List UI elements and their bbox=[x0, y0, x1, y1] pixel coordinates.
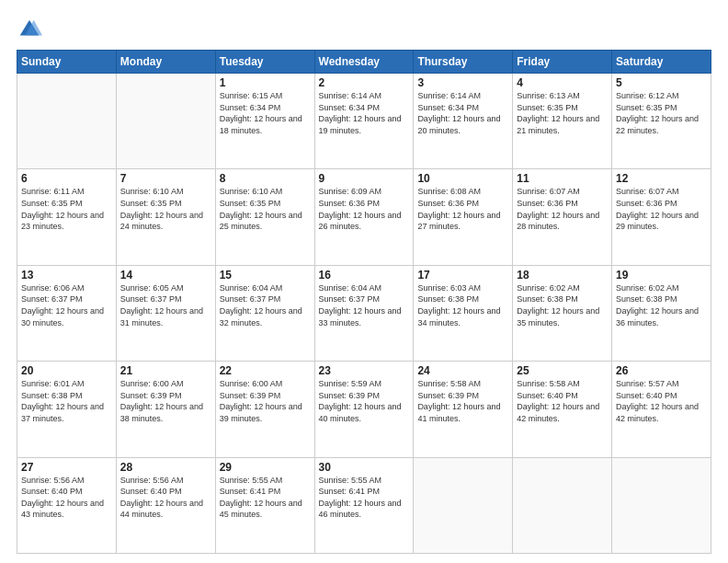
day-cell: 19Sunrise: 6:02 AMSunset: 6:38 PMDayligh… bbox=[612, 265, 711, 361]
day-info: Sunrise: 6:06 AMSunset: 6:37 PMDaylight:… bbox=[21, 282, 112, 328]
day-info: Sunrise: 6:10 AMSunset: 6:35 PMDaylight:… bbox=[220, 186, 311, 232]
day-info: Sunrise: 6:13 AMSunset: 6:35 PMDaylight:… bbox=[517, 90, 608, 136]
day-info: Sunrise: 5:55 AMSunset: 6:41 PMDaylight:… bbox=[319, 475, 410, 521]
day-number: 12 bbox=[616, 172, 707, 185]
weekday-header-sunday: Sunday bbox=[17, 51, 117, 74]
day-cell: 26Sunrise: 5:57 AMSunset: 6:40 PMDayligh… bbox=[612, 362, 711, 457]
page: SundayMondayTuesdayWednesdayThursdayFrid… bbox=[0, 0, 728, 563]
calendar-header: SundayMondayTuesdayWednesdayThursdayFrid… bbox=[17, 51, 711, 74]
weekday-header-friday: Friday bbox=[513, 51, 612, 74]
day-info: Sunrise: 5:55 AMSunset: 6:41 PMDaylight:… bbox=[220, 475, 311, 521]
day-cell: 3Sunrise: 6:14 AMSunset: 6:34 PMDaylight… bbox=[414, 74, 513, 169]
day-cell: 1Sunrise: 6:15 AMSunset: 6:34 PMDaylight… bbox=[215, 74, 314, 169]
day-number: 9 bbox=[319, 172, 410, 185]
day-cell: 30Sunrise: 5:55 AMSunset: 6:41 PMDayligh… bbox=[314, 457, 414, 553]
weekday-header-tuesday: Tuesday bbox=[215, 51, 314, 74]
day-info: Sunrise: 6:00 AMSunset: 6:39 PMDaylight:… bbox=[220, 378, 311, 424]
day-cell: 8Sunrise: 6:10 AMSunset: 6:35 PMDaylight… bbox=[215, 169, 314, 265]
day-info: Sunrise: 6:01 AMSunset: 6:38 PMDaylight:… bbox=[21, 378, 112, 424]
day-number: 26 bbox=[616, 364, 707, 377]
day-cell: 7Sunrise: 6:10 AMSunset: 6:35 PMDaylight… bbox=[116, 169, 215, 265]
day-cell bbox=[17, 74, 117, 169]
day-number: 5 bbox=[616, 76, 707, 89]
day-info: Sunrise: 6:08 AMSunset: 6:36 PMDaylight:… bbox=[417, 186, 508, 232]
day-number: 15 bbox=[220, 269, 311, 282]
day-info: Sunrise: 5:58 AMSunset: 6:40 PMDaylight:… bbox=[517, 378, 608, 424]
header bbox=[17, 17, 711, 42]
day-cell: 18Sunrise: 6:02 AMSunset: 6:38 PMDayligh… bbox=[513, 265, 612, 361]
day-cell: 6Sunrise: 6:11 AMSunset: 6:35 PMDaylight… bbox=[17, 169, 117, 265]
day-number: 21 bbox=[120, 364, 211, 377]
day-info: Sunrise: 6:12 AMSunset: 6:35 PMDaylight:… bbox=[616, 90, 707, 136]
day-number: 13 bbox=[21, 269, 112, 282]
day-info: Sunrise: 5:56 AMSunset: 6:40 PMDaylight:… bbox=[21, 475, 112, 521]
day-cell: 24Sunrise: 5:58 AMSunset: 6:39 PMDayligh… bbox=[414, 362, 513, 457]
day-cell: 9Sunrise: 6:09 AMSunset: 6:36 PMDaylight… bbox=[314, 169, 414, 265]
day-cell bbox=[612, 457, 711, 553]
day-cell: 14Sunrise: 6:05 AMSunset: 6:37 PMDayligh… bbox=[116, 265, 215, 361]
day-cell: 28Sunrise: 5:56 AMSunset: 6:40 PMDayligh… bbox=[116, 457, 215, 553]
day-number: 30 bbox=[319, 461, 410, 474]
day-cell: 15Sunrise: 6:04 AMSunset: 6:37 PMDayligh… bbox=[215, 265, 314, 361]
day-number: 16 bbox=[319, 269, 410, 282]
day-info: Sunrise: 6:14 AMSunset: 6:34 PMDaylight:… bbox=[417, 90, 508, 136]
weekday-header-thursday: Thursday bbox=[414, 51, 513, 74]
day-number: 1 bbox=[220, 76, 311, 89]
week-row-3: 13Sunrise: 6:06 AMSunset: 6:37 PMDayligh… bbox=[17, 265, 711, 361]
day-cell: 13Sunrise: 6:06 AMSunset: 6:37 PMDayligh… bbox=[17, 265, 117, 361]
day-number: 4 bbox=[517, 76, 608, 89]
day-cell: 4Sunrise: 6:13 AMSunset: 6:35 PMDaylight… bbox=[513, 74, 612, 169]
day-cell bbox=[513, 457, 612, 553]
day-number: 17 bbox=[417, 269, 508, 282]
day-number: 11 bbox=[517, 172, 608, 185]
day-cell: 21Sunrise: 6:00 AMSunset: 6:39 PMDayligh… bbox=[116, 362, 215, 457]
day-info: Sunrise: 5:59 AMSunset: 6:39 PMDaylight:… bbox=[319, 378, 410, 424]
day-info: Sunrise: 6:04 AMSunset: 6:37 PMDaylight:… bbox=[319, 282, 410, 328]
day-number: 2 bbox=[319, 76, 410, 89]
weekday-header-monday: Monday bbox=[116, 51, 215, 74]
calendar-table: SundayMondayTuesdayWednesdayThursdayFrid… bbox=[17, 50, 711, 554]
day-info: Sunrise: 6:03 AMSunset: 6:38 PMDaylight:… bbox=[417, 282, 508, 328]
day-cell: 17Sunrise: 6:03 AMSunset: 6:38 PMDayligh… bbox=[414, 265, 513, 361]
day-info: Sunrise: 6:14 AMSunset: 6:34 PMDaylight:… bbox=[319, 90, 410, 136]
calendar-body: 1Sunrise: 6:15 AMSunset: 6:34 PMDaylight… bbox=[17, 74, 711, 554]
day-number: 22 bbox=[220, 364, 311, 377]
day-info: Sunrise: 6:09 AMSunset: 6:36 PMDaylight:… bbox=[319, 186, 410, 232]
day-cell: 20Sunrise: 6:01 AMSunset: 6:38 PMDayligh… bbox=[17, 362, 117, 457]
day-cell: 16Sunrise: 6:04 AMSunset: 6:37 PMDayligh… bbox=[314, 265, 414, 361]
day-info: Sunrise: 6:05 AMSunset: 6:37 PMDaylight:… bbox=[120, 282, 211, 328]
day-info: Sunrise: 6:07 AMSunset: 6:36 PMDaylight:… bbox=[616, 186, 707, 232]
day-number: 27 bbox=[21, 461, 112, 474]
day-number: 23 bbox=[319, 364, 410, 377]
day-number: 3 bbox=[417, 76, 508, 89]
day-cell: 10Sunrise: 6:08 AMSunset: 6:36 PMDayligh… bbox=[414, 169, 513, 265]
day-cell: 2Sunrise: 6:14 AMSunset: 6:34 PMDaylight… bbox=[314, 74, 414, 169]
day-number: 8 bbox=[220, 172, 311, 185]
day-number: 6 bbox=[21, 172, 112, 185]
day-number: 25 bbox=[517, 364, 608, 377]
day-info: Sunrise: 6:11 AMSunset: 6:35 PMDaylight:… bbox=[21, 186, 112, 232]
logo-icon bbox=[17, 17, 42, 42]
weekday-header-row: SundayMondayTuesdayWednesdayThursdayFrid… bbox=[17, 51, 711, 74]
day-number: 20 bbox=[21, 364, 112, 377]
day-cell: 11Sunrise: 6:07 AMSunset: 6:36 PMDayligh… bbox=[513, 169, 612, 265]
day-info: Sunrise: 6:15 AMSunset: 6:34 PMDaylight:… bbox=[220, 90, 311, 136]
day-info: Sunrise: 6:04 AMSunset: 6:37 PMDaylight:… bbox=[220, 282, 311, 328]
day-cell: 22Sunrise: 6:00 AMSunset: 6:39 PMDayligh… bbox=[215, 362, 314, 457]
logo bbox=[17, 17, 46, 42]
day-cell: 29Sunrise: 5:55 AMSunset: 6:41 PMDayligh… bbox=[215, 457, 314, 553]
week-row-1: 1Sunrise: 6:15 AMSunset: 6:34 PMDaylight… bbox=[17, 74, 711, 169]
day-info: Sunrise: 6:02 AMSunset: 6:38 PMDaylight:… bbox=[517, 282, 608, 328]
week-row-2: 6Sunrise: 6:11 AMSunset: 6:35 PMDaylight… bbox=[17, 169, 711, 265]
day-number: 7 bbox=[120, 172, 211, 185]
weekday-header-saturday: Saturday bbox=[612, 51, 711, 74]
day-info: Sunrise: 6:00 AMSunset: 6:39 PMDaylight:… bbox=[120, 378, 211, 424]
day-number: 24 bbox=[417, 364, 508, 377]
day-number: 29 bbox=[220, 461, 311, 474]
day-cell bbox=[414, 457, 513, 553]
week-row-5: 27Sunrise: 5:56 AMSunset: 6:40 PMDayligh… bbox=[17, 457, 711, 553]
day-number: 10 bbox=[417, 172, 508, 185]
day-info: Sunrise: 5:58 AMSunset: 6:39 PMDaylight:… bbox=[417, 378, 508, 424]
day-cell: 27Sunrise: 5:56 AMSunset: 6:40 PMDayligh… bbox=[17, 457, 117, 553]
day-number: 28 bbox=[120, 461, 211, 474]
